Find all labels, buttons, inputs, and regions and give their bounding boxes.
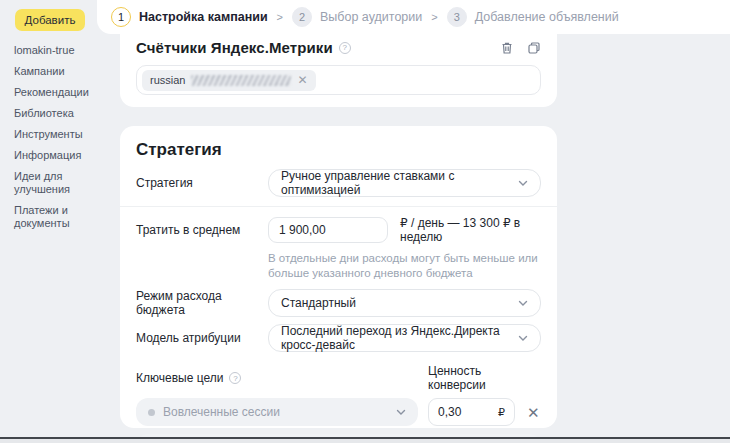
step-campaign-settings[interactable]: 1 Настройка кампании bbox=[111, 7, 268, 27]
chevron-down-icon bbox=[518, 298, 528, 308]
sidebar-item-account[interactable]: lomakin-true bbox=[14, 44, 100, 57]
remove-tag-icon[interactable]: ✕ bbox=[297, 74, 307, 86]
step-2-number: 2 bbox=[292, 7, 312, 27]
sidebar-item-payments-documents[interactable]: Платежи и документы bbox=[14, 204, 100, 230]
sidebar-item-tools[interactable]: Инструменты bbox=[14, 128, 100, 141]
chevron-down-icon bbox=[518, 333, 528, 343]
daily-spend-suffix: ₽ / день — 13 300 ₽ в неделю bbox=[400, 216, 541, 244]
copy-icon[interactable] bbox=[527, 41, 541, 55]
strategy-select[interactable]: Ручное управление ставками с оптимизацие… bbox=[268, 169, 541, 197]
daily-spend-label: Тратить в среднем bbox=[136, 223, 268, 237]
add-button[interactable]: Добавить bbox=[15, 9, 85, 31]
metrika-counters-title: Счётчики Яндекс.Метрики bbox=[136, 39, 333, 56]
sidebar-item-improvement-ideas[interactable]: Идеи для улучшения bbox=[14, 170, 100, 196]
redacted-counter-id bbox=[191, 75, 291, 86]
delete-icon[interactable] bbox=[500, 41, 514, 55]
sidebar-item-information[interactable]: Информация bbox=[14, 149, 100, 162]
key-goal-select[interactable]: Вовлеченные сессии bbox=[136, 398, 418, 426]
key-goal-value: Вовлеченные сессии bbox=[163, 405, 280, 419]
step-3-number: 3 bbox=[447, 7, 467, 27]
remove-goal-icon[interactable]: ✕ bbox=[525, 405, 542, 420]
currency-symbol: ₽ bbox=[498, 406, 505, 419]
counter-tag-chip: russian ✕ bbox=[142, 70, 316, 91]
budget-mode-value: Стандартный bbox=[281, 296, 356, 310]
strategy-select-value: Ручное управление ставками с оптимизацие… bbox=[281, 169, 518, 197]
counter-tag-input[interactable]: russian ✕ bbox=[136, 65, 541, 95]
help-icon[interactable]: ? bbox=[339, 42, 351, 54]
strategy-label: Стратегия bbox=[136, 176, 268, 190]
goal-bullet-icon bbox=[148, 409, 155, 416]
budget-mode-label: Режим расхода бюджета bbox=[136, 289, 268, 317]
chevron-down-icon bbox=[396, 407, 406, 417]
sidebar: Добавить lomakin-true Кампании Рекоменда… bbox=[0, 0, 120, 437]
window-bottom-edge bbox=[0, 437, 730, 439]
conversion-value-label: Ценность конверсии bbox=[428, 364, 541, 392]
counter-tag-text: russian bbox=[150, 74, 185, 86]
step-separator: > bbox=[277, 11, 283, 23]
budget-mode-select[interactable]: Стандартный bbox=[268, 289, 541, 317]
step-audience-selection[interactable]: 2 Выбор аудитории bbox=[292, 7, 422, 27]
conversion-value-field: ₽ bbox=[428, 398, 515, 426]
sidebar-item-recommendations[interactable]: Рекомендации bbox=[14, 86, 100, 99]
daily-spend-hint: В отдельные дни расходы могут быть меньш… bbox=[268, 251, 541, 281]
sidebar-item-campaigns[interactable]: Кампании bbox=[14, 65, 100, 78]
key-goals-label: Ключевые цели bbox=[136, 371, 223, 385]
step-add-ads[interactable]: 3 Добавление объявлений bbox=[447, 7, 619, 27]
conversion-value-input[interactable] bbox=[438, 405, 498, 419]
strategy-card-title: Стратегия bbox=[136, 140, 541, 160]
help-icon[interactable]: ? bbox=[229, 372, 241, 384]
metrika-counters-card: Счётчики Яндекс.Метрики ? russian ✕ bbox=[120, 34, 557, 107]
step-1-label: Настройка кампании bbox=[139, 10, 268, 24]
step-separator: > bbox=[431, 11, 437, 23]
step-3-label: Добавление объявлений bbox=[475, 10, 619, 24]
campaign-stepper: 1 Настройка кампании > 2 Выбор аудитории… bbox=[97, 0, 730, 34]
attribution-model-select[interactable]: Последний переход из Яндекс.Директа крос… bbox=[268, 324, 541, 352]
attribution-model-label: Модель атрибуции bbox=[136, 331, 268, 345]
step-1-number: 1 bbox=[111, 7, 131, 27]
strategy-card: Стратегия Стратегия Ручное управление ст… bbox=[120, 126, 557, 428]
daily-spend-input[interactable] bbox=[268, 217, 388, 243]
step-2-label: Выбор аудитории bbox=[320, 10, 422, 24]
window-bottom-area bbox=[0, 439, 730, 443]
sidebar-item-library[interactable]: Библиотека bbox=[14, 107, 100, 120]
chevron-down-icon bbox=[518, 178, 528, 188]
section-divider bbox=[120, 206, 557, 207]
attribution-model-value: Последний переход из Яндекс.Директа крос… bbox=[281, 324, 518, 352]
